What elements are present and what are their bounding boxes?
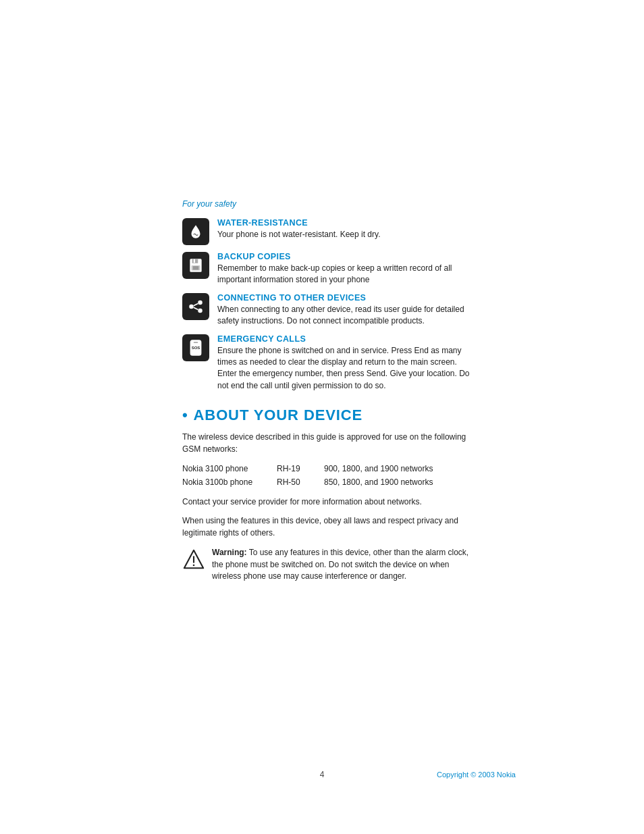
svg-rect-1 (192, 259, 198, 263)
device-1-networks: 900, 1800, and 1900 networks (324, 462, 473, 475)
device-2-name: Nokia 3100b phone (182, 475, 277, 489)
when-using-text: When using the features in this device, … (182, 515, 473, 539)
footer-copyright: Copyright © 2003 Nokia (437, 771, 516, 779)
warning-body: To use any features in this device, othe… (212, 548, 468, 581)
warning-triangle-icon (182, 548, 205, 571)
content-area: For your safety WATER-RESISTANCE Your ph… (182, 199, 473, 582)
contact-text: Contact your service provider for more i… (182, 496, 473, 508)
warning-text: Warning: To use any features in this dev… (212, 547, 473, 582)
connecting-title: CONNECTING TO OTHER DEVICES (217, 293, 473, 303)
svg-rect-13 (194, 342, 198, 343)
svg-point-6 (198, 301, 203, 305)
water-resistance-title: WATER-RESISTANCE (217, 218, 473, 228)
about-intro: The wireless device described in this gu… (182, 431, 473, 455)
svg-rect-2 (194, 259, 195, 263)
backup-copies-title: BACKUP COPIES (217, 252, 473, 261)
emergency-calls-text: EMERGENCY CALLS Ensure the phone is swit… (217, 334, 473, 392)
svg-line-9 (194, 307, 198, 309)
connecting-body: When connecting to any other device, rea… (217, 304, 473, 328)
device-1-model: RH-19 (277, 462, 324, 475)
connecting-text: CONNECTING TO OTHER DEVICES When connect… (217, 293, 473, 328)
device-row-2: Nokia 3100b phone RH-50 850, 1800, and 1… (182, 475, 473, 489)
warning-box: Warning: To use any features in this dev… (182, 547, 473, 582)
backup-copies-icon-box (182, 252, 209, 279)
connecting-section: CONNECTING TO OTHER DEVICES When connect… (182, 293, 473, 328)
warning-icon (182, 548, 205, 571)
svg-rect-4 (193, 266, 199, 269)
backup-copies-body: Remember to make back-up copies or keep … (217, 263, 473, 286)
device-table: Nokia 3100 phone RH-19 900, 1800, and 19… (182, 462, 473, 489)
footer-page-number: 4 (320, 770, 325, 779)
device-2-model: RH-50 (277, 475, 324, 489)
water-icon (187, 223, 205, 240)
emergency-calls-title: EMERGENCY CALLS (217, 334, 473, 344)
emergency-calls-body: Ensure the phone is switched on and in s… (217, 345, 473, 392)
device-2-networks: 850, 1800, and 1900 networks (324, 475, 473, 489)
emergency-calls-section: SOS EMERGENCY CALLS Ensure the phone is … (182, 334, 473, 392)
svg-line-8 (194, 303, 198, 305)
about-title: ABOUT YOUR DEVICE (182, 407, 473, 424)
backup-copies-text: BACKUP COPIES Remember to make back-up c… (217, 252, 473, 286)
backup-copies-section: BACKUP COPIES Remember to make back-up c… (182, 252, 473, 286)
connecting-icon-box (182, 293, 209, 320)
device-1-name: Nokia 3100 phone (182, 462, 277, 475)
emergency-calls-icon-box: SOS (182, 334, 209, 361)
svg-text:SOS: SOS (192, 346, 200, 350)
warning-label: Warning: (212, 548, 247, 557)
page: For your safety WATER-RESISTANCE Your ph… (0, 0, 644, 834)
about-device-section: ABOUT YOUR DEVICE The wireless device de… (182, 407, 473, 582)
water-resistance-body: Your phone is not water-resistant. Keep … (217, 229, 473, 240)
water-resistance-icon-box (182, 218, 209, 245)
water-resistance-text: WATER-RESISTANCE Your phone is not water… (217, 218, 473, 240)
sos-phone-icon: SOS (187, 339, 205, 357)
svg-point-16 (193, 565, 195, 567)
floppy-icon (187, 257, 205, 274)
connect-icon (187, 298, 205, 315)
svg-point-5 (189, 305, 194, 309)
svg-point-7 (198, 308, 203, 313)
water-resistance-section: WATER-RESISTANCE Your phone is not water… (182, 218, 473, 245)
device-row-1: Nokia 3100 phone RH-19 900, 1800, and 19… (182, 462, 473, 475)
for-your-safety-label: For your safety (182, 199, 473, 209)
